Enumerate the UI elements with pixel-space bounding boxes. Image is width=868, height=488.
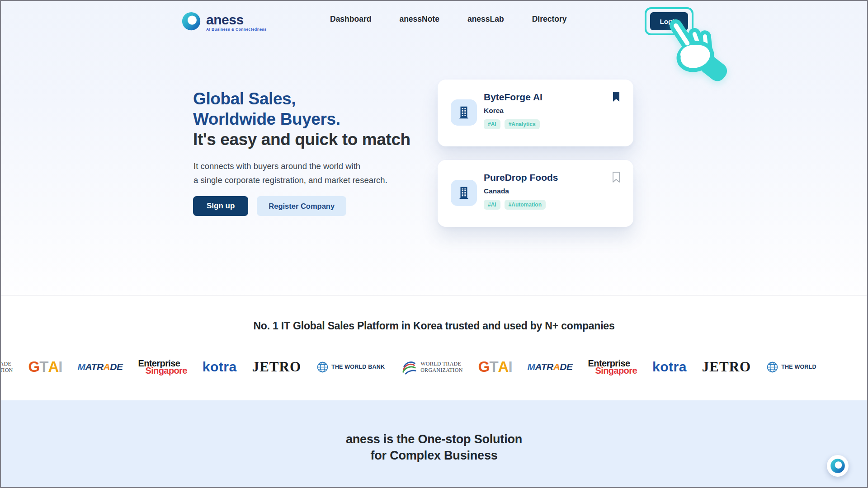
- partner-logo-gtai: GTAI: [478, 358, 512, 375]
- brand-wordmark: aness AI Business & Connectedness: [206, 13, 267, 32]
- logo-line: ORGANIZATION: [420, 367, 463, 373]
- logo-letter: I: [58, 358, 62, 375]
- brand-logo[interactable]: aness AI Business & Connectedness: [181, 11, 267, 33]
- company-card-byteforge[interactable]: ByteForge AI Korea #AI #Analytics: [438, 80, 633, 146]
- logo-letter: M: [77, 361, 85, 372]
- logo-letter: ATR: [85, 361, 103, 372]
- partner-logo-wto: WORLD TRADE ORGANIZATION: [0, 358, 13, 375]
- partner-logo-kotra: kotra: [652, 359, 687, 375]
- footer-band: aness is the One-stop Solution for Compl…: [1, 400, 867, 488]
- logo-letter: M: [528, 361, 535, 372]
- logo-line: ORGANIZATION: [0, 367, 13, 373]
- partner-logo-jetro: JETRO: [702, 359, 751, 375]
- company-card-puredrop[interactable]: PureDrop Foods Canada #AI #Automation: [438, 160, 633, 227]
- trust-section: No. 1 IT Global Sales Platform in Korea …: [1, 296, 867, 400]
- company-icon-box: [451, 180, 477, 206]
- tag-chip: #Automation: [505, 200, 546, 210]
- logo-letter: G: [28, 358, 40, 375]
- logo-letter: I: [508, 358, 512, 375]
- signup-button[interactable]: Sign up: [193, 196, 248, 216]
- nav-item-anesslab[interactable]: anessLab: [467, 14, 504, 24]
- footer-message-line2: for Complex Business: [1, 447, 867, 464]
- partner-logo-enterprise-singapore: Enterprise Singapore: [138, 359, 187, 375]
- tag-chip: #AI: [484, 200, 500, 210]
- company-name: ByteForge AI: [484, 92, 542, 103]
- company-tags: #AI #Automation: [484, 200, 546, 210]
- partner-logo-matrade: MATRADE: [528, 361, 573, 372]
- partner-logo-wto: WORLD TRADE ORGANIZATION: [400, 358, 463, 375]
- logo-text: THE WORLD BANK: [781, 364, 816, 370]
- globe-icon: [766, 361, 778, 373]
- logo-letter: DE: [560, 361, 572, 372]
- logo-letter: ATR: [535, 361, 553, 372]
- nav-item-anessnote[interactable]: anessNote: [399, 14, 439, 24]
- logo-letter: A: [48, 358, 58, 375]
- tag-chip: #Analytics: [505, 119, 540, 129]
- logo-letter: G: [478, 358, 490, 375]
- company-country: Canada: [484, 187, 509, 195]
- nav-item-dashboard[interactable]: Dashboard: [330, 14, 371, 24]
- wto-swirl-icon: [400, 358, 417, 375]
- logo-letter: T: [489, 358, 498, 375]
- company-icon-box: [451, 99, 477, 126]
- tag-chip: #AI: [484, 119, 500, 129]
- company-tags: #AI #Analytics: [484, 119, 540, 129]
- building-icon: [456, 104, 472, 121]
- company-name: PureDrop Foods: [484, 172, 558, 183]
- logo-line: Singapore: [595, 366, 637, 375]
- logo-letter: DE: [110, 361, 123, 372]
- logo-line: WORLD TRADE: [420, 361, 463, 367]
- company-country: Korea: [484, 107, 504, 115]
- partner-logo-world-bank: THE WORLD BANK: [316, 361, 385, 373]
- logo-letter: A: [498, 358, 509, 375]
- aness-logo-icon: [830, 458, 846, 474]
- register-company-button[interactable]: Register Company: [257, 196, 346, 216]
- hero-section: aness AI Business & Connectedness Dashbo…: [1, 1, 867, 296]
- bookmark-outline-icon[interactable]: [611, 171, 622, 185]
- brand-name: aness: [206, 12, 244, 27]
- bookmark-filled-icon[interactable]: [611, 90, 622, 105]
- headline-line2: Worldwide Buyers.: [193, 109, 410, 129]
- headline-line3: It's easy and quick to match: [193, 129, 410, 150]
- logo-letter: A: [104, 361, 110, 372]
- globe-icon: [316, 361, 329, 373]
- hero-description: It connects with buyers around the world…: [193, 159, 387, 187]
- partner-logo-gtai: GTAI: [28, 358, 62, 375]
- partner-logo-world-bank: THE WORLD BANK: [766, 361, 816, 373]
- partner-logo-enterprise-singapore: Enterprise Singapore: [588, 359, 637, 375]
- headline-line1: Global Sales,: [193, 89, 410, 109]
- trust-heading: No. 1 IT Global Sales Platform in Korea …: [1, 320, 867, 332]
- brand-tagline: AI Business & Connectedness: [206, 27, 267, 32]
- aness-logo-icon: [181, 11, 202, 33]
- cta-row: Sign up Register Company: [193, 196, 346, 216]
- logo-text: THE WORLD BANK: [331, 364, 385, 370]
- main-nav: Dashboard anessNote anessLab Directory: [330, 1, 567, 37]
- footer-message: aness is the One-stop Solution for Compl…: [1, 431, 867, 464]
- description-line1: It connects with buyers around the world…: [193, 159, 387, 173]
- building-icon: [456, 185, 472, 201]
- logo-letter: T: [39, 358, 48, 375]
- partner-logo-strip: WORLD TRADE ORGANIZATION GTAI MATRADE En…: [0, 352, 816, 382]
- logo-line: Singapore: [145, 366, 187, 375]
- logo-line: WORLD TRADE: [0, 361, 13, 367]
- pointer-hand-icon: [657, 18, 733, 85]
- partner-logo-matrade: MATRADE: [77, 361, 123, 372]
- description-line2: a single corporate registration, and mar…: [193, 173, 387, 187]
- nav-item-directory[interactable]: Directory: [532, 14, 567, 24]
- footer-message-line1: aness is the One-stop Solution: [1, 431, 867, 447]
- hero-headline: Global Sales, Worldwide Buyers. It's eas…: [193, 89, 410, 150]
- page: aness AI Business & Connectedness Dashbo…: [0, 0, 868, 488]
- partner-logo-kotra: kotra: [203, 359, 237, 375]
- partner-logo-jetro: JETRO: [252, 359, 301, 375]
- logo-letter: A: [553, 361, 560, 372]
- aness-floating-button[interactable]: [827, 455, 849, 477]
